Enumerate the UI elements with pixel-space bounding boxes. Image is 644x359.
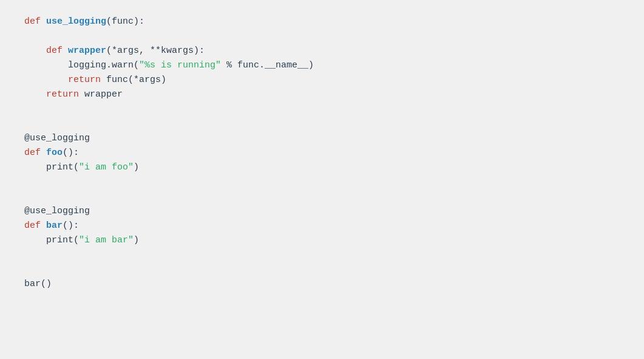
code-line <box>24 248 620 262</box>
code-token <box>24 89 46 100</box>
code-line: def use_logging(func): <box>24 15 620 29</box>
code-token: @use_logging <box>24 206 90 216</box>
code-token: (): <box>63 221 79 231</box>
code-line: print("i am bar") <box>24 233 620 248</box>
code-line: bar() <box>24 277 620 292</box>
code-token: def <box>24 221 46 231</box>
code-line <box>24 29 620 44</box>
code-token: use_logging <box>46 16 106 27</box>
code-token: "%s is running" <box>139 60 221 70</box>
code-token: @use_logging <box>24 133 90 143</box>
code-token: bar() <box>24 279 52 289</box>
code-token: wrapper <box>68 46 106 56</box>
code-token: bar <box>46 221 63 231</box>
code-line <box>24 262 620 277</box>
code-token: func(*args) <box>101 75 166 85</box>
code-token: return <box>68 75 101 85</box>
code-line: logging.warn("%s is running" % func.__na… <box>24 58 620 73</box>
code-token: "i am bar" <box>79 235 134 245</box>
code-token <box>24 75 68 85</box>
code-token: % func.__name__) <box>221 60 314 70</box>
code-token: def <box>24 148 46 158</box>
code-line: return wrapper <box>24 87 620 102</box>
code-line <box>24 175 620 190</box>
code-line <box>24 190 620 204</box>
code-token: wrapper <box>79 89 123 100</box>
code-line <box>24 102 620 117</box>
code-line: @use_logging <box>24 204 620 219</box>
code-editor: def use_logging(func): def wrapper(*args… <box>0 0 644 359</box>
code-token: foo <box>46 148 63 158</box>
code-line: @use_logging <box>24 131 620 146</box>
code-token: logging.warn( <box>24 60 139 70</box>
code-token: (): <box>63 148 79 158</box>
code-token: print( <box>24 235 79 245</box>
code-token: return <box>46 89 79 100</box>
code-token: def <box>24 16 46 27</box>
code-token: print( <box>24 162 79 173</box>
code-line: def bar(): <box>24 219 620 233</box>
code-content: def use_logging(func): def wrapper(*args… <box>24 15 620 292</box>
code-token: ) <box>134 235 139 245</box>
code-line <box>24 117 620 131</box>
code-token: def <box>24 46 68 56</box>
code-token: (*args, **kwargs): <box>106 46 205 56</box>
code-line: def wrapper(*args, **kwargs): <box>24 44 620 58</box>
code-line: def foo(): <box>24 146 620 160</box>
code-token: (func): <box>106 16 144 27</box>
code-line: return func(*args) <box>24 73 620 87</box>
code-token: ) <box>134 162 139 173</box>
code-token: "i am foo" <box>79 162 134 173</box>
code-line: print("i am foo") <box>24 160 620 175</box>
